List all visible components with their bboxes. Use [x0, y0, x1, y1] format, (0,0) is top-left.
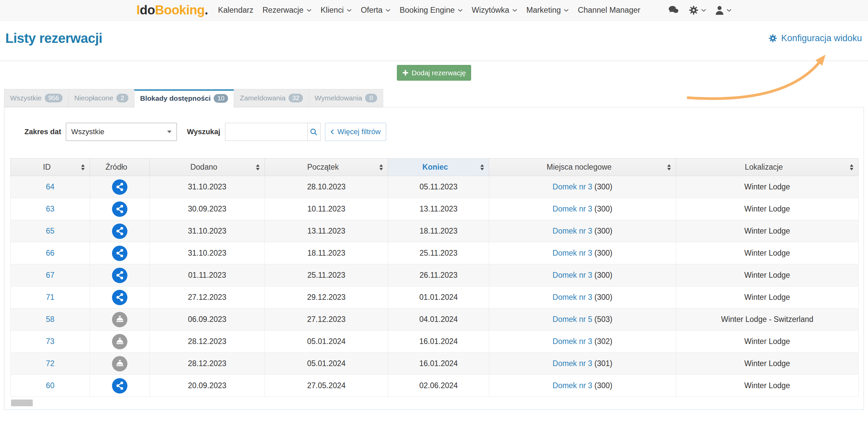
nav-item-marketing[interactable]: Marketing [526, 6, 569, 15]
unit-link[interactable]: Domek nr 5 [553, 315, 592, 323]
table-header-row: IDŹródłoDodanoPoczątekKoniecMiejsca nocl… [11, 159, 859, 176]
start-date: 28.10.2023 [307, 182, 345, 191]
unit-link[interactable]: Domek nr 3 [553, 337, 592, 346]
chevron-down-icon [564, 9, 569, 12]
chevron-down-icon [347, 9, 352, 12]
column-header-dodano[interactable]: Dodano [150, 159, 265, 176]
reservation-id-link[interactable]: 66 [46, 249, 55, 257]
added-date: 28.12.2023 [188, 359, 226, 368]
tab-label: Zameldowania [240, 94, 285, 102]
end-date: 01.01.2024 [419, 293, 458, 302]
filters-bar: Zakres dat Wszystkie Wyszukaj Więcej fil… [4, 107, 864, 158]
location: Winter Lodge [744, 337, 790, 346]
location: Winter Lodge [744, 359, 790, 368]
nav-item-kalendarz[interactable]: Kalendarz [218, 6, 253, 15]
logo-part: . [205, 3, 208, 17]
unit-link[interactable]: Domek nr 3 [553, 227, 592, 235]
location: Winter Lodge [744, 227, 790, 235]
column-header-miejsca-noclegowe[interactable]: Miejsca noclegowe [489, 159, 676, 176]
added-date: 20.09.2023 [188, 381, 226, 390]
chevron-left-icon [330, 129, 334, 135]
sort-icon [379, 163, 383, 171]
added-date: 28.12.2023 [188, 337, 226, 346]
column-header-poczatek[interactable]: Początek [265, 159, 388, 176]
sort-icon [255, 163, 260, 171]
end-date: 25.11.2023 [420, 249, 457, 257]
more-filters-label: Więcej filtrów [337, 127, 381, 136]
column-header-koniec[interactable]: Koniec [388, 159, 489, 176]
date-range-select[interactable]: Wszystkie [66, 123, 177, 141]
more-filters-button[interactable]: Więcej filtrów [325, 123, 386, 141]
end-date: 26.11.2023 [420, 271, 457, 279]
search-group [225, 123, 321, 141]
column-header-zrodlo: Źródło [90, 159, 150, 176]
reservation-id-link[interactable]: 60 [46, 381, 55, 390]
nav-item-booking-engine[interactable]: Booking Engine [400, 6, 463, 15]
search-button[interactable] [307, 123, 321, 141]
unit-code: (300) [594, 271, 613, 279]
share-source-icon [112, 246, 127, 261]
reservation-id-link[interactable]: 72 [46, 359, 55, 368]
unit-code: (300) [594, 293, 613, 302]
tab-blokady-dostepnosci[interactable]: Blokady dostępności10 [134, 89, 234, 107]
reservation-id-link[interactable]: 73 [46, 337, 55, 346]
added-date: 31.10.2023 [188, 227, 226, 235]
table-row: 7127.12.202329.12.202301.01.2024Domek nr… [11, 286, 859, 309]
reservation-id-link[interactable]: 58 [46, 315, 55, 323]
nav-item-rezerwacje[interactable]: Rezerwacje [262, 6, 312, 15]
add-reservation-button[interactable]: Dodaj rezerwację [397, 65, 471, 81]
location: Winter Lodge [744, 271, 790, 279]
view-configuration-link[interactable]: Konfiguracja widoku [768, 33, 862, 44]
table-row: 7228.12.202305.01.202416.01.2024Domek nr… [11, 353, 859, 375]
table-row: 6531.10.202313.11.202318.11.2023Domek nr… [11, 220, 859, 242]
search-icon [310, 128, 318, 136]
chevron-down-icon [385, 9, 391, 12]
nav-item-wizytowka[interactable]: Wizytówka [472, 6, 517, 15]
chevron-down-icon [458, 9, 463, 12]
page-header: Listy rezerwacji Konfiguracja widoku [0, 21, 868, 61]
column-header-lokalizacje[interactable]: Lokalizacje [676, 159, 859, 176]
app-logo[interactable]: IdoBooking. [136, 3, 208, 18]
unit-link[interactable]: Domek nr 3 [553, 182, 592, 191]
nav-item-label: Kalendarz [218, 6, 253, 15]
nav-menu: KalendarzRezerwacjeKlienciOfertaBooking … [218, 6, 640, 15]
unit-link[interactable]: Domek nr 3 [553, 293, 592, 302]
tab-nieoplacone[interactable]: Nieopłacone2 [68, 89, 134, 107]
reservation-id-link[interactable]: 65 [46, 227, 55, 235]
bell-source-icon [112, 334, 127, 349]
unit-link[interactable]: Domek nr 3 [553, 271, 592, 279]
chevron-down-icon [512, 9, 517, 12]
location: Winter Lodge [744, 249, 790, 257]
share-source-icon [112, 179, 127, 195]
unit-link[interactable]: Domek nr 3 [553, 249, 592, 257]
chat-icon[interactable] [669, 5, 680, 16]
unit-code: (300) [594, 204, 613, 213]
tab-wszystkie[interactable]: Wszystkie956 [4, 89, 68, 107]
unit-link[interactable]: Domek nr 3 [553, 381, 592, 390]
search-input[interactable] [225, 123, 307, 141]
tab-zameldowania[interactable]: Zameldowania32 [234, 89, 309, 107]
reservation-id-link[interactable]: 67 [46, 271, 55, 279]
tab-wymeldowania[interactable]: Wymeldowania0 [309, 89, 383, 107]
tab-label: Blokady dostępności [140, 94, 211, 103]
nav-item-klienci[interactable]: Klienci [321, 6, 352, 15]
nav-item-channel-manager[interactable]: Channel Manager [578, 6, 640, 15]
reservation-id-link[interactable]: 63 [46, 204, 55, 213]
scrollbar-thumb[interactable] [11, 400, 33, 406]
unit-link[interactable]: Domek nr 3 [553, 359, 592, 368]
nav-item-oferta[interactable]: Oferta [361, 6, 391, 15]
start-date: 25.11.2023 [307, 271, 345, 279]
end-date: 05.11.2023 [420, 182, 457, 191]
unit-link[interactable]: Domek nr 3 [553, 204, 592, 213]
table-row: 6701.11.202325.11.202326.11.2023Domek nr… [11, 264, 859, 286]
sort-icon [849, 163, 854, 171]
reservation-id-link[interactable]: 64 [46, 182, 55, 191]
location: Winter Lodge [744, 204, 790, 213]
settings-menu[interactable] [688, 5, 706, 16]
user-menu[interactable] [715, 5, 732, 16]
search-label: Wyszukaj [187, 127, 220, 136]
reservation-id-link[interactable]: 71 [46, 293, 55, 302]
nav-item-label: Marketing [526, 6, 561, 15]
unit-code: (300) [594, 381, 613, 390]
column-header-id[interactable]: ID [11, 159, 90, 176]
